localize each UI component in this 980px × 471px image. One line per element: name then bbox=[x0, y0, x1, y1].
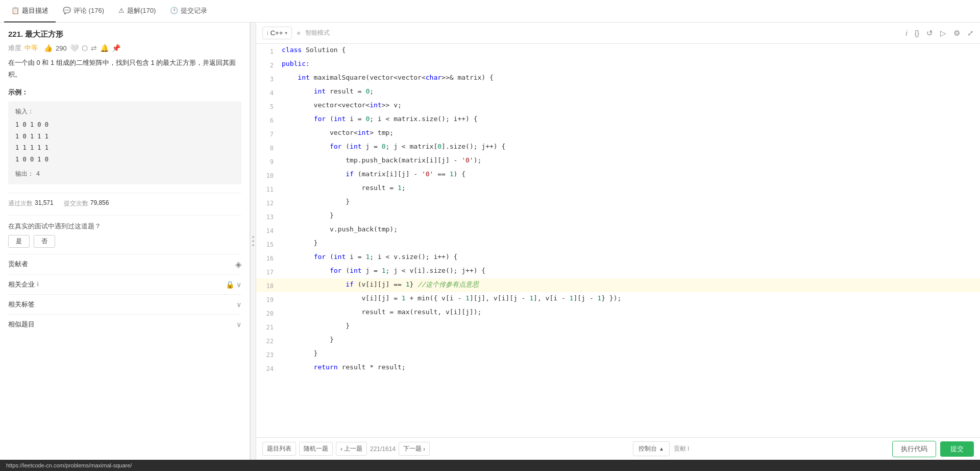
random-button[interactable]: 随机一题 bbox=[299, 442, 333, 456]
status-url: https://leetcode-cn.com/problems/maximal… bbox=[6, 462, 132, 468]
line-content: int maximalSquare(vector<vector<char>>& … bbox=[282, 72, 980, 84]
line-number: 23 bbox=[256, 347, 282, 361]
tags-section[interactable]: 相关标签 ∨ bbox=[8, 294, 241, 314]
code-line: 21 } bbox=[256, 320, 980, 334]
similar-label: 相似题目 bbox=[8, 320, 35, 329]
line-number: 18 bbox=[256, 278, 282, 292]
bell-icon[interactable]: 🔔 bbox=[100, 44, 109, 52]
line-content: v.push_back(tmp); bbox=[282, 223, 980, 236]
company-label: 相关企业 bbox=[8, 280, 35, 289]
line-content: tmp.push_back(matrix[i][j] - '0'); bbox=[282, 154, 980, 167]
line-content: result = max(result, v[i][j]); bbox=[282, 306, 980, 318]
code-editor[interactable]: 1class Solution {2public:3 int maximalSq… bbox=[256, 44, 980, 437]
divider-dot-2 bbox=[252, 240, 254, 242]
line-number: 24 bbox=[256, 361, 282, 375]
company-info-icon: ℹ bbox=[37, 281, 39, 288]
bookmark-icon[interactable]: 📌 bbox=[112, 44, 120, 52]
pass-value: 31,571 bbox=[35, 199, 54, 208]
code-line: 17 for (int j = 1; j < v[i].size(); j++)… bbox=[256, 265, 980, 278]
divider-dot-1 bbox=[252, 236, 254, 238]
problem-title: 221. 最大正方形 bbox=[8, 30, 241, 39]
line-content: } bbox=[282, 320, 980, 332]
code-line: 24 return result * result; bbox=[256, 361, 980, 375]
console-arrow-icon: ▲ bbox=[659, 446, 664, 452]
line-number: 15 bbox=[256, 237, 282, 251]
italic-icon[interactable]: i bbox=[906, 29, 908, 37]
language-selector[interactable]: i C++ ▾ bbox=[262, 27, 292, 39]
similar-section[interactable]: 相似题目 ∨ bbox=[8, 314, 241, 334]
contributor-icon[interactable]: ◈ bbox=[235, 260, 241, 269]
tab-solutions[interactable]: ⚠ 题解(170) bbox=[111, 0, 163, 22]
lock-icon: 🔒 bbox=[226, 280, 234, 289]
pass-label: 通过次数 bbox=[8, 199, 33, 208]
line-content: for (int j = 0; j < matrix[0].size(); j+… bbox=[282, 140, 980, 153]
line-number: 2 bbox=[256, 58, 282, 72]
tab-solutions-icon: ⚠ bbox=[118, 7, 125, 14]
line-content: } bbox=[282, 209, 980, 222]
example-section: 示例： 输入： 1 0 1 0 0 1 0 1 1 1 1 1 1 1 1 1 … bbox=[8, 88, 241, 184]
code-line: 16 for (int i = 1; i < v.size(); i++) { bbox=[256, 251, 980, 265]
contributors-label: 贡献者 bbox=[8, 260, 28, 269]
code-line: 6 for (int i = 0; i < matrix.size(); i++… bbox=[256, 113, 980, 127]
similar-expand-icon[interactable]: ∨ bbox=[236, 320, 241, 328]
tab-description-label: 题目描述 bbox=[22, 6, 48, 15]
console-button[interactable]: 控制台 ▲ bbox=[633, 441, 670, 456]
problem-list-button[interactable]: 题目列表 bbox=[262, 442, 296, 456]
line-number: 7 bbox=[256, 127, 282, 140]
company-expand-icon[interactable]: ∨ bbox=[236, 280, 241, 289]
settings-icon[interactable]: ⚙ bbox=[953, 29, 960, 38]
submit-button[interactable]: 提交 bbox=[940, 441, 974, 457]
translate-icon[interactable]: ⇄ bbox=[91, 44, 97, 52]
line-content: public: bbox=[282, 58, 980, 70]
line-number: 19 bbox=[256, 292, 282, 306]
prev-button[interactable]: ‹ 上一题 bbox=[336, 442, 367, 456]
line-number: 9 bbox=[256, 154, 282, 168]
line-content: vector<vector<int>> v; bbox=[282, 99, 980, 111]
line-number: 11 bbox=[256, 182, 282, 196]
divider-dot-3 bbox=[252, 244, 254, 246]
code-line: 4 int result = 0; bbox=[256, 85, 980, 99]
next-button[interactable]: 下一题 › bbox=[399, 442, 430, 456]
line-content: for (int i = 1; i < v.size(); i++) { bbox=[282, 251, 980, 263]
tab-comments-label: 评论 (176) bbox=[74, 6, 104, 15]
next-icon: › bbox=[423, 445, 425, 453]
line-content: result = 1; bbox=[282, 182, 980, 194]
line-content: } bbox=[282, 347, 980, 360]
line-content: for (int i = 0; i < matrix.size(); i++) … bbox=[282, 113, 980, 125]
difficulty-label: 难度 bbox=[8, 43, 21, 53]
panel-divider[interactable] bbox=[250, 22, 256, 460]
yes-button[interactable]: 是 bbox=[8, 235, 30, 248]
interview-question: 在真实的面试中遇到过这道题？ bbox=[8, 222, 241, 231]
tab-description[interactable]: 📋 题目描述 bbox=[4, 0, 56, 22]
share-icon[interactable]: ⬡ bbox=[82, 44, 88, 52]
expand-icon[interactable]: ⤢ bbox=[967, 29, 974, 38]
code-line: 10 if (matrix[i][j] - '0' == 1) { bbox=[256, 168, 980, 182]
line-number: 13 bbox=[256, 209, 282, 223]
line-content: return result * result; bbox=[282, 361, 980, 373]
format-icon[interactable]: {} bbox=[915, 29, 919, 37]
code-line: 7 vector<int> tmp; bbox=[256, 127, 980, 140]
line-content: int result = 0; bbox=[282, 85, 980, 98]
no-button[interactable]: 否 bbox=[34, 235, 55, 248]
tab-solutions-label: 题解(170) bbox=[127, 6, 156, 15]
line-number: 8 bbox=[256, 140, 282, 154]
tab-submissions-icon: 🕐 bbox=[170, 7, 178, 14]
submit-value: 79,856 bbox=[90, 199, 109, 208]
tags-expand-icon[interactable]: ∨ bbox=[236, 300, 241, 309]
run-icon[interactable]: ▷ bbox=[940, 29, 946, 38]
line-content: vector<int> tmp; bbox=[282, 127, 980, 139]
undo-icon[interactable]: ↺ bbox=[926, 29, 933, 38]
input-label: 输入： bbox=[15, 107, 234, 116]
problem-description: 在一个由 0 和 1 组成的二维矩阵中，找到只包含 1 的最大正方形，并返回其面… bbox=[8, 57, 241, 81]
line-number: 20 bbox=[256, 306, 282, 320]
line-number: 22 bbox=[256, 334, 282, 347]
favorite-icon[interactable]: 🤍 bbox=[70, 44, 79, 52]
grid-row-4: 1 0 0 1 0 bbox=[15, 154, 234, 166]
language-value: C++ bbox=[271, 29, 283, 37]
run-code-button[interactable]: 执行代码 bbox=[892, 441, 936, 457]
line-number: 17 bbox=[256, 265, 282, 278]
code-line: 2public: bbox=[256, 58, 980, 72]
like-icon[interactable]: 👍 bbox=[44, 44, 53, 52]
tab-comments[interactable]: 💬 评论 (176) bbox=[56, 0, 111, 22]
tab-submissions[interactable]: 🕐 提交记录 bbox=[163, 0, 214, 22]
